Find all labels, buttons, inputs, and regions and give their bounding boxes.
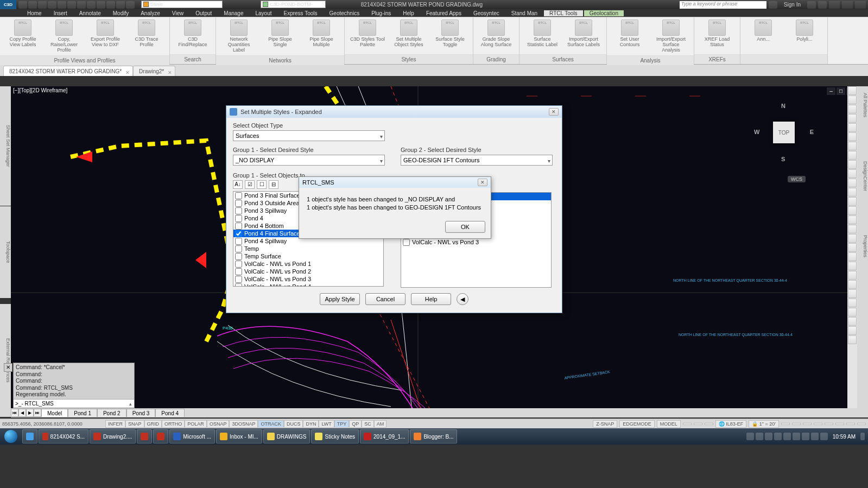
layout-tab-model[interactable]: Model xyxy=(41,409,68,417)
doctab[interactable]: 8214X042 STORM WATER POND GRADING*✕ xyxy=(3,66,133,76)
tool-button[interactable] xyxy=(848,308,857,316)
status-toggle-otrack[interactable]: OTRACK xyxy=(258,420,284,428)
ribbon-set-multiple-object-styles[interactable]: Set Multiple Object Styles xyxy=(391,20,426,52)
viewport-minimize-icon[interactable]: – xyxy=(827,87,835,95)
list-checkbox[interactable] xyxy=(235,253,242,260)
qat-saveas-icon[interactable] xyxy=(48,1,56,9)
qat-save-icon[interactable] xyxy=(38,1,47,9)
tool-button[interactable] xyxy=(848,243,857,252)
maximize-button[interactable] xyxy=(842,1,853,9)
app-logo-icon[interactable]: C3D xyxy=(0,0,16,9)
help-search-input[interactable]: Type a keyword or phrase xyxy=(680,1,766,9)
coordinates-display[interactable]: 856375.4056, 2036086.8107, 0.0000 xyxy=(2,421,105,427)
status-icon[interactable] xyxy=(792,423,801,425)
tray-icon[interactable] xyxy=(774,433,782,440)
layout-last-button[interactable]: ⏭ xyxy=(34,409,41,417)
ok-button[interactable]: OK xyxy=(445,221,485,233)
layer-combo[interactable]: C3D-POND-BOTM- xyxy=(261,1,326,8)
tray-icon[interactable] xyxy=(765,433,772,440)
external-references-panel[interactable]: External References xyxy=(0,304,11,417)
tool-button[interactable] xyxy=(848,299,857,307)
show-desktop-button[interactable] xyxy=(860,433,865,440)
signin-link[interactable]: Sign In xyxy=(780,2,805,8)
command-window-close-icon[interactable]: ✕ xyxy=(4,363,12,372)
status-model[interactable]: MODEL xyxy=(657,420,681,428)
wcs-badge[interactable]: WCS xyxy=(788,176,806,182)
apply-style-button[interactable]: Apply Style xyxy=(320,293,360,305)
ribbon-export-profile-view-to-dxf[interactable]: Export Profile View to DXF xyxy=(88,20,123,53)
ribbon-import-export-surface-labels[interactable]: Import/Export Surface Labels xyxy=(566,20,601,52)
tool-button[interactable] xyxy=(848,160,857,169)
object-type-combo[interactable]: Surfaces xyxy=(233,130,385,141)
status-icon[interactable] xyxy=(694,423,702,425)
status-toggle-3dosnap[interactable]: 3DOSNAP xyxy=(229,420,258,428)
ribbon-surface-statistic-label[interactable]: Surface Statistic Label xyxy=(525,20,560,52)
tool-button[interactable] xyxy=(848,179,857,187)
status-z-snap[interactable]: Z-SNAP xyxy=(593,420,617,428)
list-item[interactable]: VolCalc - NWL vs Pond 3 xyxy=(233,275,383,283)
status-icon[interactable] xyxy=(825,423,833,425)
list-checkbox[interactable] xyxy=(235,238,242,245)
taskbar-item[interactable] xyxy=(137,429,152,443)
collapse-button[interactable]: ◀ xyxy=(457,293,468,305)
menu-modify[interactable]: Modify xyxy=(107,10,134,16)
tool-button[interactable] xyxy=(848,96,857,104)
tool-button[interactable] xyxy=(848,142,857,150)
tray-icon[interactable] xyxy=(746,433,754,440)
list-item[interactable]: Temp Surface xyxy=(233,252,383,260)
list-checkbox[interactable] xyxy=(235,223,242,230)
status-icon[interactable] xyxy=(846,423,855,425)
taskbar-item[interactable]: Microsoft ... xyxy=(169,429,215,443)
status-toggle-ortho[interactable]: ORTHO xyxy=(162,420,185,428)
tray-icon[interactable] xyxy=(802,433,809,440)
status-toggle-tpy[interactable]: TPY xyxy=(334,420,350,428)
viewcube-north[interactable]: N xyxy=(781,103,785,109)
doctab-close-icon[interactable]: ✕ xyxy=(125,68,130,78)
tool-button[interactable] xyxy=(848,188,857,197)
status-toggle-snap[interactable]: SNAP xyxy=(125,420,144,428)
tool-button[interactable] xyxy=(848,225,857,233)
network-icon[interactable] xyxy=(820,433,828,440)
menu-help[interactable]: Help xyxy=(397,10,420,16)
menu-geolocation[interactable]: Geolocation xyxy=(584,10,624,16)
status-edgemode[interactable]: EDGEMODE xyxy=(619,420,655,428)
invert-button[interactable]: ⊟ xyxy=(269,180,278,189)
taskbar-item[interactable]: Blogger: B... xyxy=(410,429,457,443)
ribbon-copy-profile-view-labels[interactable]: Copy Profile View Labels xyxy=(5,20,40,53)
layout-tab-pond-2[interactable]: Pond 2 xyxy=(97,409,126,417)
menu-layout[interactable]: Layout xyxy=(250,10,277,16)
ribbon-set-user-contours[interactable]: Set User Contours xyxy=(612,20,647,53)
ribbon-c3d-find-replace[interactable]: C3D Find/Replace xyxy=(175,20,210,52)
qat-btn-icon[interactable] xyxy=(116,1,125,9)
viewcube-south[interactable]: S xyxy=(781,156,785,162)
exchange-icon[interactable] xyxy=(807,1,816,9)
list-item[interactable]: VolCalc - NWL vs Pond 4 xyxy=(233,283,383,287)
list-checkbox[interactable] xyxy=(403,239,410,246)
sheet-set-manager-panel[interactable]: Sheet Set Manager xyxy=(0,86,11,206)
workspace-combo[interactable]: Steve xyxy=(141,1,223,8)
tool-button[interactable] xyxy=(848,335,857,344)
qat-btn-icon[interactable] xyxy=(87,1,96,9)
qat-btn-icon[interactable] xyxy=(106,1,115,9)
taskbar-item[interactable] xyxy=(153,429,168,443)
status-toggle-ducs[interactable]: DUCS xyxy=(284,420,303,428)
list-checkbox[interactable] xyxy=(235,230,242,237)
tool-button[interactable] xyxy=(848,252,857,261)
menu-geotechnics[interactable]: Geotechnics xyxy=(324,10,365,16)
status-toggle-lwt[interactable]: LWT xyxy=(319,420,334,428)
layout-tab-pond-1[interactable]: Pond 1 xyxy=(68,409,97,417)
designcenter-label[interactable]: DesignCenter xyxy=(857,118,868,191)
tool-button[interactable] xyxy=(848,216,857,224)
viewcube-west[interactable]: W xyxy=(754,129,759,135)
tray-icon[interactable] xyxy=(793,433,800,440)
status-toggle-polar[interactable]: POLAR xyxy=(185,420,207,428)
status-icon[interactable] xyxy=(835,423,844,425)
message-dialog-titlebar[interactable]: RTCL_SMS ✕ xyxy=(299,177,491,188)
menu-home[interactable]: Home xyxy=(22,10,47,16)
tool-button[interactable] xyxy=(848,289,857,298)
qat-btn-icon[interactable] xyxy=(97,1,105,9)
taskbar-item[interactable]: Sticky Notes xyxy=(311,429,359,443)
menu-featured-apps[interactable]: Featured Apps xyxy=(421,10,467,16)
status-toggle-dyn[interactable]: DYN xyxy=(303,420,319,428)
minimize-button[interactable] xyxy=(829,1,840,9)
